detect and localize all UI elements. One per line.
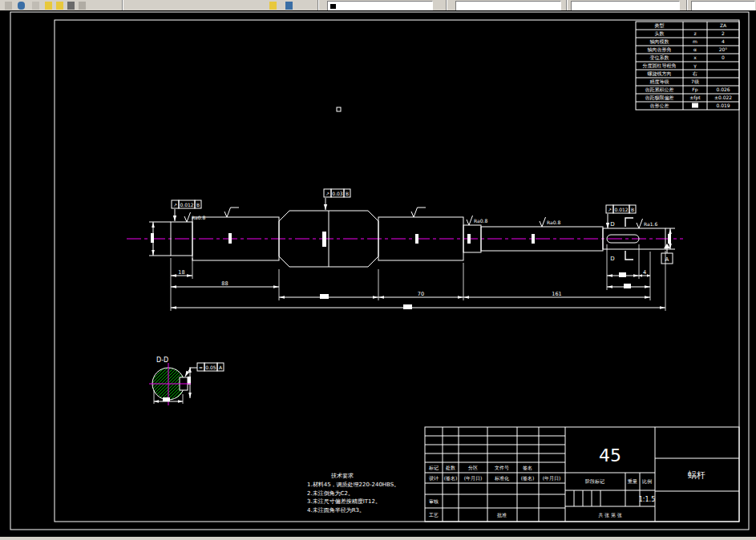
toolbar-separator (686, 0, 688, 10)
svg-text:B: B (346, 191, 349, 196)
redo-icon[interactable] (67, 2, 75, 10)
svg-text:轴向齿形角: 轴向齿形角 (648, 46, 672, 53)
svg-text:45: 45 (599, 445, 621, 465)
color-combo[interactable] (455, 1, 561, 10)
svg-text:0.019: 0.019 (716, 103, 730, 108)
statusbar-sliver (0, 537, 756, 540)
application-window: 1888701614↗0.012B↗0.03B↗0.012B=0.05ARa0.… (0, 0, 756, 540)
svg-text:↗: ↗ (608, 207, 612, 212)
svg-text:70: 70 (418, 291, 424, 297)
svg-text:z: z (693, 30, 696, 36)
svg-text:1:1.5: 1:1.5 (639, 496, 656, 503)
tech-req-line: 1.材料45，调质处理220-240HBS。 (307, 481, 443, 489)
pan-icon[interactable] (269, 2, 277, 10)
tech-req-line: 2.未注倒角为C2。 (307, 490, 443, 498)
svg-text:(签名): (签名) (521, 475, 535, 482)
svg-text:↗: ↗ (325, 191, 329, 196)
svg-text:2: 2 (722, 30, 725, 36)
tech-req-lines: 1.材料45，调质处理220-240HBS。2.未注倒角为C2。3.未注尺寸偏差… (307, 481, 443, 514)
svg-text:文件号: 文件号 (495, 465, 509, 470)
svg-text:±0.022: ±0.022 (714, 95, 732, 100)
svg-text:α: α (693, 46, 697, 52)
svg-text:0.026: 0.026 (716, 87, 730, 92)
svg-text:20°: 20° (719, 46, 728, 52)
svg-text:签名: 签名 (523, 465, 532, 471)
svg-text:(签名): (签名) (444, 475, 458, 482)
svg-text:x: x (693, 54, 697, 60)
svg-text:0: 0 (722, 54, 725, 60)
svg-text:Fp: Fp (692, 87, 697, 93)
save-icon[interactable] (32, 2, 39, 10)
svg-text:0.03: 0.03 (332, 191, 343, 196)
svg-text:处数: 处数 (445, 465, 455, 471)
svg-text:A: A (665, 256, 669, 263)
svg-text:齿距极限偏差: 齿距极限偏差 (645, 95, 674, 101)
svg-text:=: = (199, 365, 203, 370)
svg-text:精度等级: 精度等级 (650, 79, 669, 85)
print-icon[interactable] (45, 2, 52, 10)
svg-text:0.012: 0.012 (180, 202, 193, 208)
svg-text:阶段标记: 阶段标记 (585, 478, 604, 485)
tech-req-line: 3.未注尺寸偏差按精度IT12。 (307, 498, 443, 506)
svg-text:4: 4 (722, 38, 725, 44)
svg-text:D-D: D-D (156, 357, 168, 364)
svg-text:(年月日): (年月日) (543, 475, 561, 482)
svg-text:Ra0.8: Ra0.8 (547, 220, 560, 225)
layer-swatch-icon (330, 4, 336, 9)
svg-text:B: B (631, 207, 634, 212)
svg-text:右: 右 (692, 71, 697, 77)
svg-text:18: 18 (178, 269, 184, 276)
svg-text:ZA: ZA (720, 22, 727, 28)
svg-text:齿距累积公差: 齿距累积公差 (645, 87, 674, 92)
svg-text:共 张 第 张: 共 张 第 张 (598, 512, 622, 518)
svg-text:齿形公差: 齿形公差 (650, 103, 669, 108)
svg-text:标准化: 标准化 (494, 475, 509, 482)
svg-text:重量: 重量 (627, 478, 637, 484)
technical-requirements: 技术要求 1.材料45，调质处理220-240HBS。2.未注倒角为C2。3.未… (307, 472, 443, 514)
svg-text:(年月日): (年月日) (464, 475, 483, 482)
svg-text:Ra0.8: Ra0.8 (474, 218, 487, 224)
layer-combo[interactable] (327, 1, 433, 10)
svg-text:γ: γ (693, 62, 697, 69)
toolbar-separator (317, 0, 319, 10)
open-icon[interactable] (18, 2, 25, 10)
svg-text:0.05: 0.05 (205, 365, 216, 370)
svg-text:88: 88 (221, 280, 228, 287)
undo-icon[interactable] (56, 2, 63, 10)
svg-text:±fpt: ±fpt (689, 95, 701, 101)
drawing-canvas[interactable]: 1888701614↗0.012B↗0.03B↗0.012B=0.05ARa0.… (0, 0, 756, 540)
svg-text:蜗杆: 蜗杆 (688, 470, 705, 481)
svg-text:变位系数: 变位系数 (650, 54, 669, 61)
toolbar-separator (122, 0, 123, 10)
tech-req-line: 4.未注圆角半径为R3。 (307, 506, 443, 514)
toolbar-separator (446, 0, 447, 10)
svg-text:Ra1.6: Ra1.6 (644, 221, 657, 227)
svg-text:分度圆柱导程角: 分度圆柱导程角 (643, 62, 677, 69)
svg-text:螺旋线方向: 螺旋线方向 (648, 71, 672, 77)
toolbar (0, 0, 756, 10)
zoom-icon[interactable] (79, 2, 86, 10)
toolbar-separator (566, 0, 568, 10)
svg-text:D: D (610, 221, 614, 228)
svg-text:头数: 头数 (655, 30, 665, 36)
svg-text:轴向模数: 轴向模数 (650, 38, 669, 45)
svg-text:批准: 批准 (497, 512, 507, 518)
svg-text:4: 4 (643, 269, 646, 276)
svg-text:D: D (610, 256, 614, 262)
svg-text:Ra0.8: Ra0.8 (192, 215, 205, 220)
svg-text:7级: 7级 (691, 79, 699, 84)
svg-text:161: 161 (552, 291, 561, 297)
svg-text:比例: 比例 (642, 478, 652, 485)
svg-text:分区: 分区 (468, 465, 478, 470)
tech-req-title: 技术要求 (307, 472, 443, 480)
svg-text:类型: 类型 (655, 22, 665, 29)
zoom-window-icon[interactable] (285, 2, 293, 10)
svg-text:m: m (693, 38, 697, 44)
svg-text:0.012: 0.012 (614, 207, 628, 212)
svg-text:↗: ↗ (173, 202, 177, 208)
svg-text:B: B (196, 202, 200, 208)
svg-text:标记: 标记 (428, 465, 439, 471)
app-icon[interactable] (5, 2, 12, 10)
linetype-combo[interactable] (571, 1, 680, 10)
lineweight-combo[interactable] (691, 1, 755, 10)
